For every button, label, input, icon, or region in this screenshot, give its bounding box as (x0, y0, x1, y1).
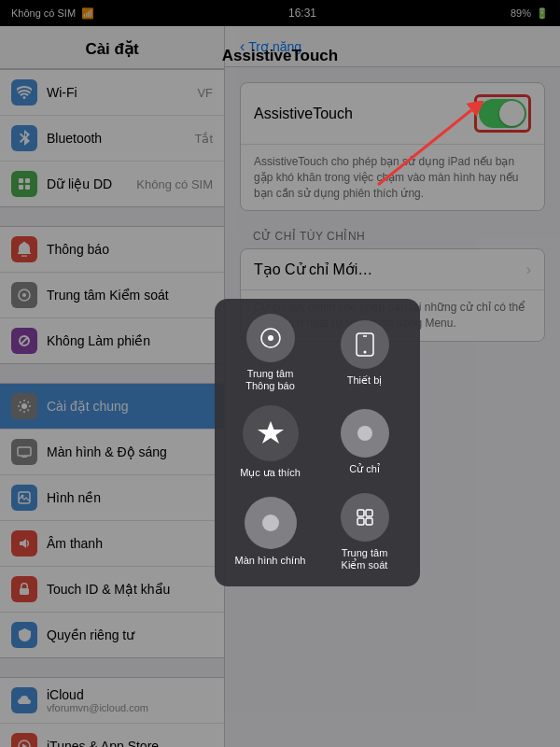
svg-line-33 (378, 110, 471, 185)
svg-point-21 (268, 335, 273, 341)
popup-item-device[interactable]: Thiết bị (324, 320, 405, 387)
svg-rect-28 (357, 510, 364, 516)
assistivetouch-overlay: Trung tâmThông báo Thiết bị Mục ưa thích (0, 0, 560, 747)
svg-marker-25 (258, 421, 284, 444)
popup-control-icon (341, 493, 389, 542)
popup-favorite-icon (243, 405, 299, 461)
assistivetouch-popup: Trung tâmThông báo Thiết bị Mục ưa thích (215, 299, 420, 586)
popup-favorite-label: Mục ưa thích (240, 467, 301, 479)
arrow-overlay (369, 101, 490, 194)
popup-home-label: Màn hình chính (235, 555, 306, 567)
popup-control-label: Trung tâmKiểm soát (342, 547, 388, 571)
arrow-svg (369, 101, 490, 194)
popup-item-control-center[interactable]: Trung tâmKiểm soát (324, 493, 405, 571)
popup-device-label: Thiết bị (347, 374, 383, 387)
svg-rect-29 (366, 510, 372, 516)
popup-item-notif-center[interactable]: Trung tâmThông báo (230, 314, 311, 392)
popup-item-gesture[interactable]: Cử chỉ (324, 409, 405, 475)
popup-device-icon (341, 320, 389, 369)
popup-notif-center-icon (246, 314, 295, 362)
popup-item-favorite[interactable]: Mục ưa thích (230, 405, 311, 479)
svg-point-27 (262, 514, 279, 531)
popup-home-icon (245, 497, 297, 549)
svg-rect-30 (357, 518, 364, 525)
popup-grid: Trung tâmThông báo Thiết bị Mục ưa thích (230, 314, 405, 571)
popup-notif-center-label: Trung tâmThông báo (245, 368, 295, 392)
svg-point-23 (363, 350, 366, 353)
svg-point-26 (357, 426, 372, 441)
popup-item-home[interactable]: Màn hình chính (230, 497, 311, 567)
popup-gesture-icon (341, 409, 389, 458)
svg-rect-31 (366, 518, 372, 525)
popup-gesture-label: Cử chỉ (349, 463, 380, 475)
